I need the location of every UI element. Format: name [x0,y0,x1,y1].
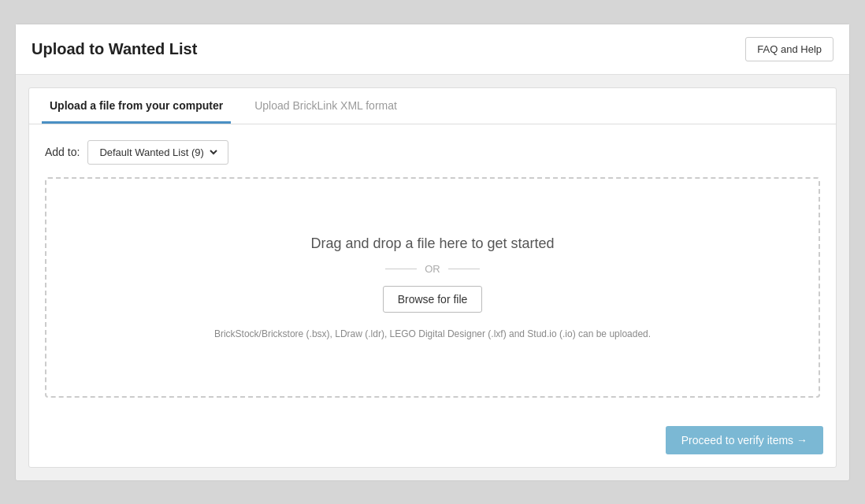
proceed-button[interactable]: Proceed to verify items → [666,426,823,454]
or-text: OR [425,263,440,275]
tab-upload-xml[interactable]: Upload BrickLink XML format [247,88,405,124]
add-to-row: Add to: Default Wanted List (9) [45,140,820,165]
form-area: Add to: Default Wanted List (9) Drag and… [29,124,836,417]
drop-zone[interactable]: Drag and drop a file here to get started… [45,177,820,398]
content-area: Upload a file from your computer Upload … [28,87,837,468]
wanted-list-select[interactable]: Default Wanted List (9) [96,146,220,159]
drop-zone-text: Drag and drop a file here to get started [310,235,554,252]
or-divider: OR [385,263,480,275]
wanted-list-dropdown[interactable]: Default Wanted List (9) [87,140,228,165]
footer-row: Proceed to verify items → [29,417,836,467]
tab-upload-computer[interactable]: Upload a file from your computer [42,88,231,124]
tabs-bar: Upload a file from your computer Upload … [29,88,836,124]
main-container: Upload to Wanted List FAQ and Help Uploa… [15,24,850,481]
faq-button[interactable]: FAQ and Help [745,37,833,61]
page-title: Upload to Wanted List [32,40,197,58]
page-header: Upload to Wanted List FAQ and Help [16,24,849,75]
browse-file-button[interactable]: Browse for file [383,286,483,313]
add-to-label: Add to: [45,146,80,158]
supported-formats-text: BrickStock/Brickstore (.bsx), LDraw (.ld… [214,328,651,339]
